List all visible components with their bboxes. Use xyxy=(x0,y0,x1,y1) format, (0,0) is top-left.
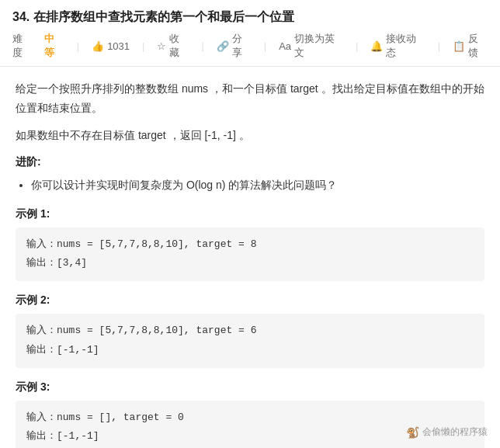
divider-2: | xyxy=(142,40,144,52)
share-label: 分享 xyxy=(232,32,252,60)
example-3-input: 输入：nums = [], target = 0 xyxy=(26,408,474,428)
collect-label: 收藏 xyxy=(169,32,189,60)
feedback-label: 反馈 xyxy=(468,32,488,60)
advanced-section: 进阶: 你可以设计并实现时间复杂度为 O(log n) 的算法解决此问题吗？ xyxy=(16,155,484,195)
divider-6: | xyxy=(438,40,440,52)
notify-label: 接收动态 xyxy=(386,32,425,60)
meta-bar: 难度 中等 | 👍 1031 | ☆ 收藏 | 🔗 分享 | Aa 切换为英文 … xyxy=(12,32,488,60)
difficulty-value: 中等 xyxy=(44,32,64,60)
content-area: 给定一个按照升序排列的整数数组 nums ，和一个目标值 target 。找出给… xyxy=(0,67,500,448)
example-1-input: 输入：nums = [5,7,7,8,8,10], target = 8 xyxy=(26,235,474,255)
example-3-title: 示例 3: xyxy=(16,380,484,394)
collect-icon: ☆ xyxy=(157,40,166,52)
notify-icon: 🔔 xyxy=(370,40,383,52)
description-1: 给定一个按照升序排列的整数数组 nums ，和一个目标值 target 。找出给… xyxy=(16,79,484,118)
watermark: 🐒 会偷懒的程序猿 xyxy=(406,425,488,439)
example-2-box: 输入：nums = [5,7,7,8,8,10], target = 6 输出：… xyxy=(16,314,484,367)
collect-button[interactable]: ☆ 收藏 xyxy=(157,32,189,60)
page-container: 34. 在排序数组中查找元素的第一个和最后一个位置 难度 中等 | 👍 1031… xyxy=(0,0,500,448)
advanced-list: 你可以设计并实现时间复杂度为 O(log n) 的算法解决此问题吗？ xyxy=(16,175,484,195)
example-1-title: 示例 1: xyxy=(16,207,484,221)
like-count: 1031 xyxy=(107,40,130,52)
notify-button[interactable]: 🔔 接收动态 xyxy=(370,32,425,60)
like-icon: 👍 xyxy=(92,40,104,52)
like-button[interactable]: 👍 1031 xyxy=(92,40,130,52)
share-button[interactable]: 🔗 分享 xyxy=(217,32,252,60)
description: 给定一个按照升序排列的整数数组 nums ，和一个目标值 target 。找出给… xyxy=(16,79,484,146)
page-title: 34. 在排序数组中查找元素的第一个和最后一个位置 xyxy=(12,9,488,26)
example-3-box: 输入：nums = [], target = 0 输出：[-1,-1] xyxy=(16,401,484,449)
divider-4: | xyxy=(264,40,266,52)
example-1-section: 示例 1: 输入：nums = [5,7,7,8,8,10], target =… xyxy=(16,207,484,281)
example-2-output: 输出：[-1,-1] xyxy=(26,341,474,360)
example-1-output: 输出：[3,4] xyxy=(26,254,474,273)
advanced-title: 进阶: xyxy=(16,155,484,169)
divider-5: | xyxy=(356,40,358,52)
lang-label: 切换为英文 xyxy=(294,32,343,60)
example-2-input: 输入：nums = [5,7,7,8,8,10], target = 6 xyxy=(26,321,474,341)
description-2: 如果数组中不存在目标值 target ，返回 [-1, -1] 。 xyxy=(16,126,484,145)
lang-icon: Aa xyxy=(279,40,291,52)
title-bar: 34. 在排序数组中查找元素的第一个和最后一个位置 难度 中等 | 👍 1031… xyxy=(0,0,500,67)
example-2-section: 示例 2: 输入：nums = [5,7,7,8,8,10], target =… xyxy=(16,293,484,367)
feedback-icon: 📋 xyxy=(453,40,465,52)
watermark-icon: 🐒 xyxy=(406,426,419,439)
example-2-title: 示例 2: xyxy=(16,293,484,307)
difficulty-label: 难度 xyxy=(12,32,32,60)
advanced-item: 你可以设计并实现时间复杂度为 O(log n) 的算法解决此问题吗？ xyxy=(31,175,484,195)
watermark-text: 会偷懒的程序猿 xyxy=(422,425,488,439)
feedback-button[interactable]: 📋 反馈 xyxy=(453,32,488,60)
divider-3: | xyxy=(201,40,203,52)
divider-1: | xyxy=(77,40,79,52)
example-1-box: 输入：nums = [5,7,7,8,8,10], target = 8 输出：… xyxy=(16,227,484,281)
lang-button[interactable]: Aa 切换为英文 xyxy=(279,32,343,60)
share-icon: 🔗 xyxy=(217,40,229,52)
